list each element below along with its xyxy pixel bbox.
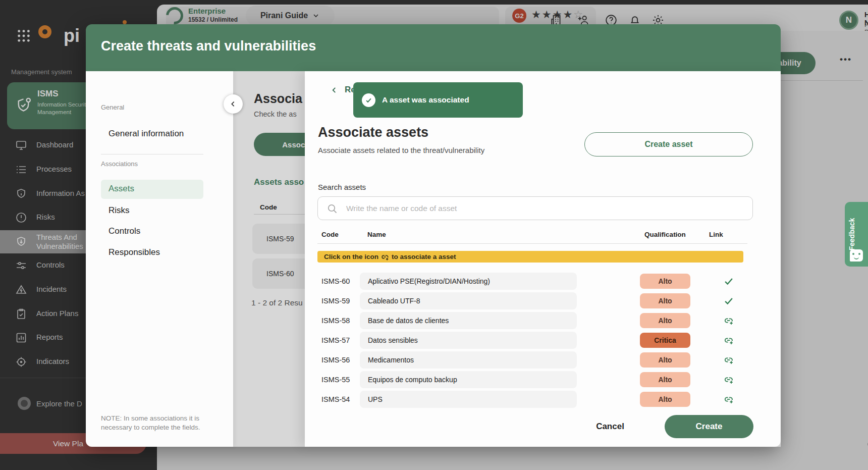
hint-banner: Click on the icon to associate a asset xyxy=(317,251,743,263)
associate-link-cell[interactable] xyxy=(719,294,739,308)
asset-code: ISMS-58 xyxy=(321,317,350,325)
qualification-badge: Alto xyxy=(640,372,690,387)
link-plus-icon xyxy=(723,374,734,385)
link-plus-icon xyxy=(723,315,734,326)
drawer-subtitle: Associate assets related to the threat/v… xyxy=(318,146,484,154)
asset-row: ISMS-59 Cableado UTF-8 Alto xyxy=(317,292,753,309)
table-head-divider xyxy=(317,243,747,244)
associate-link-cell[interactable] xyxy=(719,353,739,367)
asset-name-cell: Aplicativo PSE(Registro/DIAN/Hosting) xyxy=(360,273,577,290)
nav-controls[interactable]: Controls xyxy=(108,226,140,236)
feedback-smiley-icon xyxy=(850,249,863,262)
qualification-badge: Critica xyxy=(640,333,690,348)
success-toast: A asset was associated xyxy=(353,82,523,118)
nav-general-information[interactable]: General information xyxy=(108,129,184,139)
asset-row: ISMS-56 Medicamentos Alto xyxy=(317,351,753,369)
check-icon xyxy=(723,295,734,306)
asset-name-cell: UPS xyxy=(360,391,577,408)
asset-name-cell: Cableado UTF-8 xyxy=(360,292,577,309)
asset-name-cell: Equipos de computo backup xyxy=(360,371,577,388)
screen: pi Management system ISMS Information Se… xyxy=(0,0,868,470)
check-circle-icon xyxy=(362,93,375,107)
create-asset-button[interactable]: Create asset xyxy=(584,132,753,156)
asset-code: ISMS-56 xyxy=(321,356,350,364)
qualification-badge: Alto xyxy=(640,274,690,289)
modal-nav-panel: General General information Associations… xyxy=(86,71,233,447)
link-plus-icon xyxy=(723,335,734,346)
asset-code: ISMS-60 xyxy=(321,277,350,285)
modal-header: Create threats and vulnerabilities xyxy=(86,24,781,71)
cancel-button[interactable]: Cancel xyxy=(580,415,640,438)
asset-search-input[interactable] xyxy=(317,196,753,220)
asset-row: ISMS-60 Aplicativo PSE(Registro/DIAN/Hos… xyxy=(317,273,753,290)
modal-title: Create threats and vulnerabilities xyxy=(101,38,316,54)
link-plus-icon xyxy=(381,252,390,262)
code-column-header: Code xyxy=(321,231,339,238)
associate-assets-drawer: Return A asset was associated Associate … xyxy=(305,71,781,447)
associate-link-cell[interactable] xyxy=(719,392,739,406)
link-plus-icon xyxy=(723,354,734,365)
link-column-header: Link xyxy=(706,231,726,238)
create-button[interactable]: Create xyxy=(665,415,753,438)
nav-risks[interactable]: Risks xyxy=(108,205,130,216)
asset-list: ISMS-60 Aplicativo PSE(Registro/DIAN/Hos… xyxy=(317,273,753,410)
asset-name-cell: Medicamentos xyxy=(360,351,577,369)
asset-code: ISMS-55 xyxy=(321,376,350,384)
qualification-badge: Alto xyxy=(640,293,690,308)
drawer-heading: Associate assets xyxy=(318,125,428,140)
asset-row: ISMS-58 Base de datos de clientes Alto xyxy=(317,312,753,329)
qualification-badge: Alto xyxy=(640,313,690,328)
nav-divider xyxy=(101,154,203,154)
search-field xyxy=(317,196,753,220)
associate-link-cell[interactable] xyxy=(719,373,739,387)
qualification-badge: Alto xyxy=(640,392,690,407)
feedback-tab[interactable]: Feedback xyxy=(845,202,868,267)
nav-assets-selected[interactable]: Assets xyxy=(101,180,203,199)
asset-row: ISMS-57 Datos sensibles Critica xyxy=(317,332,753,349)
search-assets-label: Search assets xyxy=(318,183,366,191)
associate-link-cell[interactable] xyxy=(719,274,739,288)
toast-message: A asset was associated xyxy=(382,95,469,105)
associate-link-cell[interactable] xyxy=(719,314,739,328)
general-section-label: General xyxy=(101,103,124,111)
asset-code: ISMS-57 xyxy=(321,336,350,344)
search-icon xyxy=(326,202,338,215)
link-plus-icon xyxy=(723,394,734,405)
asset-name-cell: Datos sensibles xyxy=(360,332,577,349)
create-threats-modal: Create threats and vulnerabilities Assoc… xyxy=(86,24,781,447)
name-column-header: Name xyxy=(367,231,386,238)
chevron-left-icon xyxy=(330,86,339,94)
associations-section-label: Associations xyxy=(101,160,138,168)
asset-name-cell: Base de datos de clientes xyxy=(360,312,577,329)
modal-note: NOTE: In some associations it is necessa… xyxy=(101,414,202,432)
asset-code: ISMS-59 xyxy=(321,297,350,305)
asset-code: ISMS-54 xyxy=(321,395,350,403)
chevron-left-icon xyxy=(229,100,237,108)
collapse-nav-button[interactable] xyxy=(224,94,243,114)
feedback-label: Feedback xyxy=(848,218,856,251)
nav-responsibles[interactable]: Responsibles xyxy=(108,247,160,257)
asset-row: ISMS-55 Equipos de computo backup Alto xyxy=(317,371,753,388)
associate-link-cell[interactable] xyxy=(719,333,739,347)
asset-row: ISMS-54 UPS Alto xyxy=(317,391,753,408)
qualification-badge: Alto xyxy=(640,352,690,368)
check-icon xyxy=(723,276,734,287)
qualification-column-header: Qualification xyxy=(634,231,696,238)
